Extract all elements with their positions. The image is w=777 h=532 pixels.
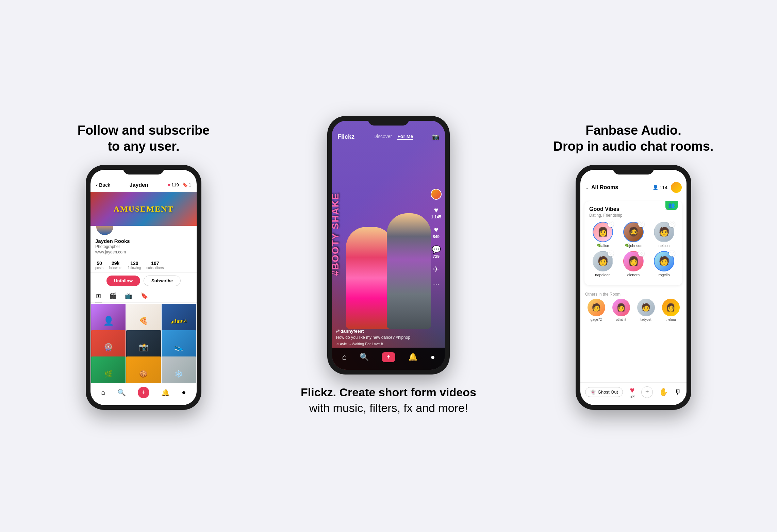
p1-stat-posts: 50 posts <box>95 261 103 270</box>
mic-button[interactable]: 🎙 <box>674 388 682 397</box>
subscribe-button[interactable]: Subscribe <box>144 276 181 286</box>
nelson-heart: ♡ <box>669 221 675 227</box>
p1-stat-followers: 29k followers <box>109 261 122 270</box>
notifications-nav-icon[interactable]: 🔔 <box>161 388 170 397</box>
p2-music-info: ♫ Avicii - Waiting For Love ft. <box>336 342 428 346</box>
ghost-icon: 👻 <box>590 389 596 395</box>
p2-search-icon[interactable]: 🔍 <box>360 353 369 362</box>
p2-caption: How do you like my new dance? #hiphop <box>336 335 428 340</box>
profile-nav-icon[interactable]: ● <box>182 388 186 396</box>
notch1 <box>123 165 164 174</box>
othahit-name: othahit <box>616 318 626 321</box>
search-nav-icon[interactable]: 🔍 <box>117 388 126 397</box>
comment-icon[interactable]: 💬 <box>432 245 441 254</box>
p1-bookmark-count: 🔖 1 <box>182 182 191 187</box>
p3-rooms-selector[interactable]: ⌄ All Rooms <box>585 184 618 190</box>
panel-follow: Follow and subscribeto any user. ‹ Back … <box>28 122 259 410</box>
p2-bottom-nav: ⌂ 🔍 + 🔔 ● <box>332 348 445 370</box>
p3-speaker-alice: 👩 ♡ 🌿alice <box>589 222 616 248</box>
p3-room-more[interactable]: ··· <box>664 206 669 212</box>
p1-content-tabs: ⊞ 🎬 📺 🔖 <box>90 289 197 303</box>
tab-bookmark[interactable]: 🔖 <box>140 290 149 302</box>
p2-nav-forme[interactable]: For Me <box>397 134 413 140</box>
p1-bio: Photographer www.jayden.com <box>95 244 192 255</box>
more-icon[interactable]: ··· <box>433 280 439 289</box>
home-nav-icon[interactable]: ⌂ <box>101 388 105 396</box>
p2-nav: Discover For Me <box>374 134 413 140</box>
p3-bottom-bar: 👻 Ghost Out ♥ 105 + ✋ 🎙 <box>580 382 687 405</box>
tab-clip[interactable]: 📺 <box>124 290 133 302</box>
grid-item-9[interactable]: ❄️ <box>162 356 196 383</box>
create-nav-button[interactable]: + <box>138 387 149 398</box>
p3-room-card: 👥 Good Vibes Dating, Friendship ··· 👩 ♡ … <box>584 201 682 285</box>
grid-item-8[interactable]: 🍪 <box>126 356 161 383</box>
p3-heart-button[interactable]: ♥ 105 <box>629 385 635 399</box>
p3-speaker-elenora: 👩 ♡ elenora <box>620 251 647 277</box>
p1-subscribers-num: 107 <box>151 261 159 266</box>
p2-comments-stat: 💬 729 <box>432 245 441 259</box>
p2-header: Flickz Discover For Me 📷 <box>332 133 445 140</box>
p1-stat-subscribers: 107 subscribers <box>146 261 164 270</box>
alice-heart: ♡ <box>608 221 614 227</box>
leaf-icon: 🌿 <box>597 244 601 247</box>
notch3 <box>613 165 654 174</box>
p3-rooms-label: All Rooms <box>591 184 618 190</box>
p3-user-avatar[interactable] <box>671 182 682 193</box>
p2-bell-icon[interactable]: 🔔 <box>408 353 417 362</box>
p2-hearts-stat: ♥ 849 <box>433 226 440 239</box>
p2-bottom-info: @dannyfeest How do you like my new dance… <box>336 329 428 346</box>
gage72-name: gage72 <box>591 318 602 321</box>
elenora-avatar-wrap: 👩 ♡ <box>623 251 644 271</box>
camera-icon[interactable]: 📷 <box>432 133 440 140</box>
phone3: ⌄ All Rooms 👤 114 👥 Good Vibes Dating, F… <box>576 165 691 410</box>
rogelio-name: rogelio <box>658 273 669 277</box>
ghost-out-button[interactable]: 👻 Ghost Out <box>585 387 623 397</box>
tab-grid[interactable]: ⊞ <box>95 290 102 302</box>
p2-home-icon[interactable]: ⌂ <box>342 353 346 362</box>
p3-heart-count: 105 <box>629 395 635 399</box>
panel-flickz: #BOOTY SHAKE Flickz Discover For Me 📷 ♥ … <box>273 116 504 416</box>
tadyost-name: tadyost <box>640 318 651 321</box>
p1-heart-count: ♥ 119 <box>167 182 179 188</box>
p2-figure-right <box>387 213 431 329</box>
share-icon[interactable]: ✈ <box>433 265 439 274</box>
p1-header-icons: ♥ 119 🔖 1 <box>167 182 191 188</box>
napoleon-name: napoleon <box>595 273 610 277</box>
p2-likes-stat: ♥ 1,145 <box>431 206 441 219</box>
p3-person-count: 👤 114 <box>652 185 667 190</box>
p2-profile-icon[interactable]: ● <box>431 353 435 362</box>
tab-video[interactable]: 🎬 <box>109 290 117 302</box>
raise-hand-button[interactable]: ✋ <box>659 388 668 397</box>
heart2-icon[interactable]: ♥ <box>434 226 438 234</box>
p2-text-overlay: #BOOTY SHAKE <box>332 193 341 276</box>
p3-speaker-rogelio: 🧑 ♡ rogelio <box>650 251 678 277</box>
ghost-out-label: Ghost Out <box>598 389 618 395</box>
unfollow-button[interactable]: Unfollow <box>106 276 140 286</box>
p3-speakers-row2: 🧑 ♡ napoleon 👩 ♡ elenora <box>589 251 678 277</box>
p3-add-button[interactable]: + <box>641 386 653 398</box>
p2-nav-discover[interactable]: Discover <box>374 134 392 140</box>
p2-more-stat: ··· <box>433 280 439 289</box>
p1-back-button[interactable]: ‹ Back <box>96 182 110 188</box>
grid-item-7[interactable]: 🌿 <box>91 356 126 383</box>
panel-audio: Fanbase Audio.Drop in audio chat rooms. … <box>518 122 749 410</box>
p3-others-label: Others in the Room <box>585 292 682 297</box>
like-icon[interactable]: ♥ <box>434 206 438 215</box>
p2-create-button[interactable]: + <box>382 352 395 362</box>
p1-following-label: following <box>128 266 141 270</box>
p3-count-num: 114 <box>660 185 667 190</box>
p1-media-grid: 👤 🍕 atlanta 🎡 📸 👟 🌿 🍪 ❄️ <box>90 303 197 383</box>
p3-speaker-napoleon: 🧑 ♡ napoleon <box>589 251 616 277</box>
johnson-avatar-wrap: 🧔 ♡ <box>623 222 644 242</box>
phone3-screen: ⌄ All Rooms 👤 114 👥 Good Vibes Dating, F… <box>580 170 687 405</box>
person-icon: 👤 <box>652 185 658 190</box>
heart-large-icon: ♥ <box>630 385 634 395</box>
leaf2-icon: 🌿 <box>625 244 629 247</box>
nelson-avatar-wrap: 🧑 ♡ <box>654 222 674 242</box>
alice-avatar-wrap: 👩 ♡ <box>593 222 613 242</box>
atlanta-text: atlanta <box>170 317 187 325</box>
p2-likes-num: 1,145 <box>431 215 441 219</box>
p2-creator-avatar[interactable] <box>431 189 442 200</box>
p1-posts-label: posts <box>95 266 103 270</box>
p1-following-num: 120 <box>130 261 138 266</box>
